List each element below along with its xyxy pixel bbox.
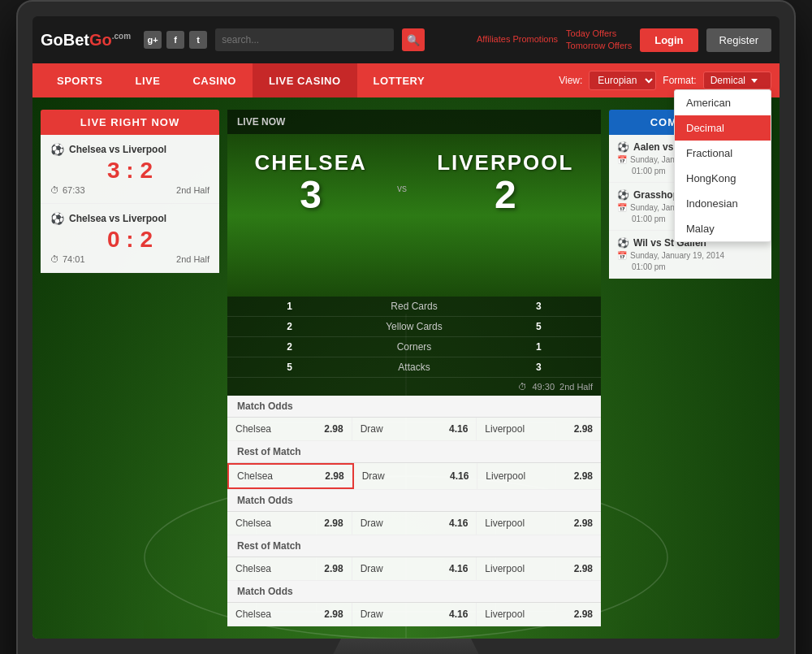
odds-draw-4[interactable]: Draw4.16 (352, 557, 477, 580)
social-google[interactable]: g+ (144, 31, 162, 49)
affiliates-link[interactable]: Affiliates Promotions (477, 33, 558, 45)
nav-casino[interactable]: CASINO (176, 63, 253, 97)
stat-corners-1: 2 (227, 337, 352, 357)
team2-name: LIVERPOOL (437, 150, 573, 175)
odds-type-4: Rest of Match (227, 535, 601, 557)
match-display: CHELSEA 3 vs LIVERPOOL 2 (227, 134, 601, 297)
live-right-now-header: LIVE RIGHT NOW (41, 110, 219, 135)
odds-chelsea-2[interactable]: Chelsea2.98 (227, 463, 354, 489)
odds-draw-2[interactable]: Draw4.16 (354, 463, 478, 489)
vs-col: vs (397, 171, 407, 194)
odds-draw-5[interactable]: Draw4.16 (352, 603, 477, 626)
odds-liverpool-1[interactable]: Liverpool2.98 (477, 418, 601, 440)
stat-row-2: 2 Yellow Cards 5 (227, 317, 601, 337)
match-clock: 49:30 (532, 382, 555, 392)
nav-items: SPORTS LIVE CASINO LIVE CASINO LOTTERY (41, 63, 441, 97)
monitor: GoBetGo.com g+ f t 🔍 Affiliates Promotio… (16, 0, 796, 654)
odds-type-3: Match Odds (227, 490, 601, 512)
stat-attacks-1: 5 (227, 357, 352, 377)
chevron-down-icon (751, 79, 758, 83)
odds-draw-3[interactable]: Draw4.16 (352, 512, 477, 535)
odds-type-2: Rest of Match (227, 441, 601, 463)
match-stats: 1 Red Cards 3 2 Yellow Cards 5 2 (227, 297, 601, 378)
calendar-icon-3: 📅 (617, 251, 627, 260)
panel-body: ⚽ Chelsea vs Liverpool 3 : 2 ⏱ 67:33 (41, 135, 219, 273)
nav-right: View: Europian Format: Demical American … (559, 71, 771, 90)
odds-liverpool-5[interactable]: Liverpool2.98 (477, 603, 601, 626)
odds-chelsea-4[interactable]: Chelsea2.98 (227, 557, 352, 580)
format-indonesian[interactable]: Indonesian (675, 191, 771, 216)
stat-yellow-cards-2: 5 (477, 317, 601, 336)
format-american[interactable]: American (675, 90, 771, 115)
stat-row-3: 2 Corners 1 (227, 337, 601, 357)
nav-live-casino[interactable]: LIVE CASINO (253, 63, 357, 97)
search-button[interactable]: 🔍 (402, 28, 425, 51)
format-decimal[interactable]: Decimal (675, 115, 771, 141)
team2-score: 2 (437, 175, 573, 214)
ball-icon-2: ⚽ (50, 212, 64, 225)
social-twitter[interactable]: t (189, 31, 207, 49)
search-icon: 🔍 (407, 34, 420, 46)
match-2-teams: ⚽ Chelsea vs Liverpool (50, 212, 209, 225)
ball-icon-coming-1: ⚽ (617, 141, 629, 153)
odds-draw-1[interactable]: Draw4.16 (352, 418, 477, 440)
stat-row-4: 5 Attacks 3 (227, 357, 601, 378)
odds-chelsea-3[interactable]: Chelsea2.98 (227, 512, 352, 535)
search-input[interactable] (215, 28, 394, 51)
main-content: LIVE RIGHT NOW ⚽ Chelsea vs Liverpool 3 … (32, 97, 780, 639)
match-half: 2nd Half (559, 382, 593, 392)
coming-time-3: 01:00 pm (617, 262, 763, 271)
timer-icon-1: ⏱ (50, 185, 59, 195)
stat-corners-label: Corners (352, 337, 476, 357)
header: GoBetGo.com g+ f t 🔍 Affiliates Promotio… (32, 16, 780, 63)
app: GoBetGo.com g+ f t 🔍 Affiliates Promotio… (32, 16, 780, 639)
stat-red-cards-2: 3 (477, 297, 601, 316)
live-center-panel: LIVE NOW CHELSEA 3 vs (227, 110, 601, 626)
live-right-now-panel: LIVE RIGHT NOW ⚽ Chelsea vs Liverpool 3 … (41, 110, 219, 626)
odds-row-5: Chelsea2.98 Draw4.16 Liverpool2.98 (227, 603, 601, 626)
format-hongkong[interactable]: HongKong (675, 166, 771, 191)
odds-row-2: Chelsea2.98 Draw4.16 Liverpool2.98 (227, 463, 601, 490)
stat-yellow-cards-label: Yellow Cards (352, 317, 476, 336)
format-dropdown: Demical American Decimal Fractional Hong… (703, 71, 771, 89)
calendar-icon-1: 📅 (617, 155, 627, 164)
nav-live[interactable]: LIVE (119, 63, 176, 97)
timer-icon-2: ⏱ (50, 254, 59, 264)
stat-corners-2: 1 (477, 337, 601, 357)
ball-icon-coming-3: ⚽ (617, 237, 629, 249)
live-match-1[interactable]: ⚽ Chelsea vs Liverpool 3 : 2 ⏱ 67:33 (41, 135, 219, 204)
odds-type-5: Match Odds (227, 581, 601, 603)
team1-col: CHELSEA 3 (255, 150, 367, 214)
nav-sports[interactable]: SPORTS (41, 63, 119, 97)
odds-liverpool-3[interactable]: Liverpool2.98 (477, 512, 601, 535)
login-button[interactable]: Login (640, 28, 698, 52)
format-fractional[interactable]: Fractional (675, 141, 771, 166)
odds-row-1: Chelsea2.98 Draw4.16 Liverpool2.98 (227, 418, 601, 441)
social-icons: g+ f t (144, 31, 207, 49)
odds-type-1: Match Odds (227, 396, 601, 418)
match-2-time: ⏱ 74:01 2nd Half (50, 254, 209, 264)
social-facebook[interactable]: f (166, 31, 184, 49)
match-1-teams: ⚽ Chelsea vs Liverpool (50, 143, 209, 156)
odds-liverpool-4[interactable]: Liverpool2.98 (477, 557, 601, 580)
format-malay[interactable]: Malay (675, 216, 771, 241)
match-1-time: ⏱ 67:33 2nd Half (50, 185, 209, 195)
monitor-stand (325, 639, 487, 654)
odds-chelsea-1[interactable]: Chelsea2.98 (227, 418, 352, 440)
offers-links[interactable]: Today Offers Tomorrow Offers (566, 28, 632, 53)
view-select[interactable]: Europian (589, 71, 656, 90)
register-button[interactable]: Register (706, 28, 771, 52)
screen: GoBetGo.com g+ f t 🔍 Affiliates Promotio… (32, 16, 780, 639)
live-match-2[interactable]: ⚽ Chelsea vs Liverpool 0 : 2 ⏱ 74:01 (41, 204, 219, 273)
odds-chelsea-5[interactable]: Chelsea2.98 (227, 603, 352, 626)
match-time-bar: ⏱ 49:30 2nd Half (227, 378, 601, 396)
odds-liverpool-2[interactable]: Liverpool2.98 (477, 463, 601, 489)
ball-icon-coming-2: ⚽ (617, 189, 629, 201)
format-button[interactable]: Demical (703, 71, 771, 89)
team1-name: CHELSEA (255, 150, 367, 175)
stat-red-cards-1: 1 (227, 297, 352, 316)
nav-lottery[interactable]: LOTTERY (357, 63, 442, 97)
stat-row-1: 1 Red Cards 3 (227, 297, 601, 317)
format-menu: American Decimal Fractional HongKong Ind… (674, 89, 771, 242)
odds-row-3: Chelsea2.98 Draw4.16 Liverpool2.98 (227, 512, 601, 535)
